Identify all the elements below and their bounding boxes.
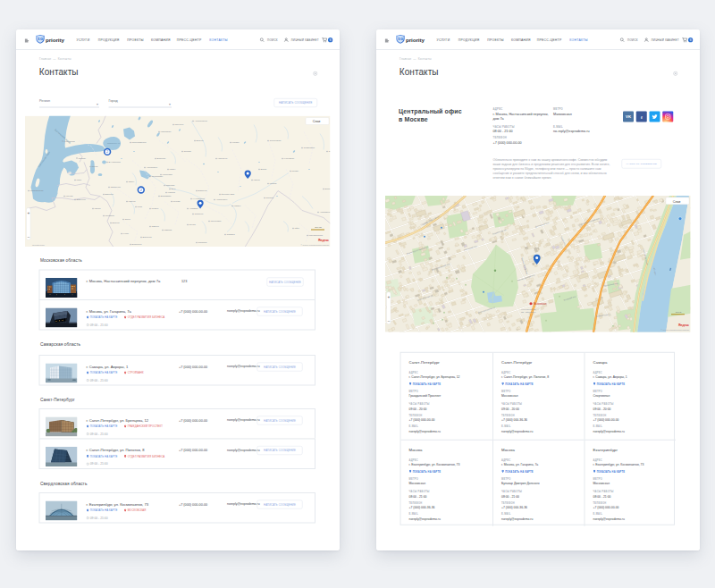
svg-text:Йошкар-Ола: Йошкар-Ола (222, 193, 235, 196)
svg-text:Казань: Казань (234, 205, 242, 207)
svg-text:+: + (387, 295, 390, 299)
svg-text:Могилев: Могилев (105, 214, 115, 217)
svg-text:Н.Новгород: Н.Новгород (193, 197, 206, 200)
svg-text:Глазов: Глазов (270, 182, 278, 185)
svg-text:Тотьма: Тотьма (184, 150, 192, 153)
svg-text:Таллин: Таллин (79, 157, 87, 160)
svg-text:Орел: Орел (125, 218, 131, 221)
svg-text:10: 10 (38, 38, 44, 41)
svg-text:Тверь: Тверь (129, 181, 135, 183)
svg-text:им. Чайковского: им. Чайковского (521, 311, 536, 313)
svg-text:Яндекс: Яндекс (678, 323, 689, 327)
svg-text:Самара: Самара (227, 233, 236, 236)
svg-text:Никольск: Никольск (218, 157, 229, 160)
svg-text:+: + (27, 211, 29, 215)
svg-text:Ульяновск: Ульяновск (211, 220, 223, 223)
svg-text:Котлас: Котлас (232, 141, 240, 144)
svg-text:Витебск: Витебск (105, 193, 114, 196)
svg-text:Сыктывкар: Сыктывкар (270, 139, 282, 142)
svg-text:Вильнюс: Вильнюс (77, 198, 87, 201)
svg-text:Екатеринбург: Екатеринбург (325, 188, 331, 190)
svg-text:Рига: Рига (77, 179, 82, 181)
svg-text:Концертный зал: Концертный зал (521, 308, 536, 310)
svg-text:Вологда: Вологда (157, 157, 166, 160)
svg-text:Псков: Псков (92, 165, 99, 168)
svg-text:© Яндекс Условия использовани: © Яндекс Условия использования (660, 329, 689, 331)
svg-text:Ковров: Ковров (168, 191, 176, 194)
svg-text:Каргополь: Каргополь (161, 130, 172, 133)
svg-text:© Яндекс Условия использовани: © Яндекс Условия использования (300, 244, 329, 246)
svg-text:Череповец: Череповец (147, 166, 158, 169)
svg-text:Галич: Галич (170, 168, 176, 171)
svg-text:Курск: Курск (123, 232, 130, 235)
svg-text:Пермь: Пермь (292, 170, 299, 172)
svg-text:Яндекс: Яндекс (318, 239, 329, 242)
svg-text:Чебоксары: Чебоксары (216, 198, 228, 201)
svg-text:Вятка: Вятка (261, 168, 267, 171)
svg-text:VK: VK (626, 114, 632, 119)
svg-text:Шуя: Шуя (172, 188, 177, 190)
svg-text:Тобольск: Тобольск (329, 150, 331, 153)
svg-text:Саратов: Саратов (198, 241, 207, 244)
svg-text:Соликамск: Соликамск (304, 147, 316, 149)
svg-text:100 м: 100 м (676, 311, 682, 314)
svg-text:f: f (641, 115, 643, 120)
svg-text:Ладожское оз.: Ладожское оз. (107, 142, 121, 144)
svg-text:Тамбов: Тамбов (164, 229, 172, 231)
svg-text:−: − (27, 234, 29, 239)
svg-text:Вельск: Вельск (197, 139, 205, 142)
svg-text:Киров: Киров (254, 179, 261, 181)
svg-text:Каунас: Каунас (66, 195, 74, 197)
svg-text:Слои: Слои (673, 200, 681, 204)
svg-text:Челябинск: Челябинск (320, 211, 331, 214)
svg-text:Пенза: Пенза (189, 223, 197, 226)
svg-text:Маяковская: Маяковская (534, 302, 547, 306)
svg-text:Калуга: Калуга (129, 200, 136, 203)
svg-text:Openstreetmap: Openstreetmap (32, 244, 46, 246)
svg-text:Брянск: Брянск (113, 222, 121, 224)
svg-text:Арзамас: Арзамас (189, 207, 199, 210)
svg-text:Калининград: Калининград (30, 189, 45, 192)
svg-text:Тула: Тула (138, 206, 143, 208)
svg-text:−: − (387, 318, 390, 323)
svg-text:Белгород: Белгород (132, 243, 142, 246)
svg-text:Саранск: Саранск (195, 213, 205, 215)
svg-text:Балахна: Балахна (198, 189, 208, 192)
svg-text:Липецк: Липецк (152, 225, 160, 228)
svg-text:10: 10 (398, 38, 404, 41)
svg-text:Магнитогорск: Магнитогорск (309, 234, 324, 237)
svg-text:Иваново: Иваново (166, 184, 176, 187)
svg-text:Ижевск: Ижевск (266, 197, 274, 199)
svg-text:Кострома: Кострома (163, 173, 173, 176)
svg-text:Петрозаводск: Петрозаводск (132, 141, 147, 144)
svg-text:Владимир: Владимир (161, 195, 172, 197)
svg-text:Слои: Слои (313, 120, 321, 123)
svg-text:Муром: Муром (173, 200, 181, 203)
svg-text:200 км: 200 км (315, 226, 322, 229)
svg-text:Архангельск: Архангельск (195, 120, 208, 122)
svg-text:Рязань: Рязань (152, 207, 160, 210)
svg-text:Смоленск: Смоленск (111, 186, 122, 189)
svg-text:Минск: Минск (95, 207, 102, 210)
svg-text:Кудымкар: Кудымкар (284, 157, 295, 160)
svg-text:Воронеж: Воронеж (143, 236, 153, 239)
svg-text:Плесецк: Плесецк (175, 123, 185, 126)
svg-text:Уфа: Уфа (295, 227, 300, 230)
svg-text:В.Новгород: В.Новгород (109, 161, 122, 164)
